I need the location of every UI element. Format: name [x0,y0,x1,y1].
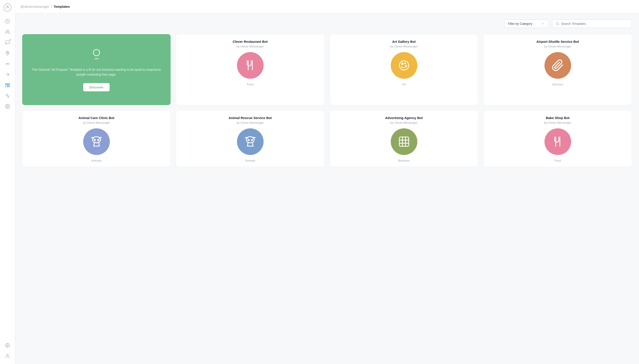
profile-icon[interactable] [3,351,13,361]
breadcrumb: @clevermessenger / Templates [21,5,70,8]
template-author: by Clever Messenger [83,121,110,124]
filter-by-category-dropdown[interactable]: Filter by Category [504,20,548,28]
template-category: Animals [91,159,101,162]
svg-point-5 [7,64,8,64]
search-templates-wrapper[interactable] [552,20,632,28]
svg-point-3 [6,30,8,32]
main-content: @clevermessenger / Templates Filter by C… [15,0,639,364]
svg-point-19 [556,22,559,25]
analytics-icon[interactable] [3,91,13,101]
search-icon [556,22,559,26]
template-icon [83,128,110,155]
svg-point-0 [4,4,11,11]
template-icon [391,52,417,79]
svg-line-20 [558,24,559,25]
svg-point-11 [7,106,8,107]
svg-rect-10 [8,86,9,87]
template-category: Art [402,83,406,86]
template-category: Services [552,83,563,86]
template-author: by Clever Messenger [544,45,571,48]
app-logo [3,3,13,12]
dashboard-icon[interactable] [3,16,13,26]
template-title: Advertising Agency Bot [385,116,423,120]
svg-rect-9 [8,85,9,86]
svg-point-30 [251,140,252,140]
chevron-down-icon [542,22,545,25]
template-title: Animal Rescue Service Bot [228,116,271,120]
wheel-icon[interactable] [3,340,13,350]
svg-point-24 [402,63,403,65]
template-title: Bake Shop Bot [546,116,569,120]
template-category: Food [247,83,254,86]
template-card-animal-rescue[interactable]: Animal Rescue Service Bot by Clever Mess… [176,110,325,167]
svg-rect-7 [5,83,9,84]
content-area: Filter by Category This General "All Pur… [15,13,639,364]
svg-point-18 [7,354,8,356]
sidebar [0,0,15,364]
toolbar: Filter by Category [22,20,632,28]
messages-icon[interactable] [3,38,13,48]
search-input[interactable] [561,22,628,26]
svg-point-29 [248,140,249,140]
template-card-restaurant[interactable]: Clever Restaurant Bot by Clever Messenge… [176,34,325,105]
breadcrumb-current: Templates [54,5,70,8]
svg-point-28 [98,140,99,140]
template-category: Animals [245,159,255,162]
svg-point-27 [94,140,95,140]
template-author: by Clever Messenger [390,45,418,48]
template-icon [237,52,264,79]
template-title: Clever Restaurant Bot [233,40,268,44]
settings-icon[interactable] [3,102,13,111]
template-icon [544,128,571,155]
template-card-art-gallery[interactable]: Art Gallery Bot by Clever Messenger Art [330,34,478,105]
template-icon [544,52,571,79]
template-author: by Clever Messenger [236,45,264,48]
svg-rect-8 [5,85,7,87]
breadcrumb-separator: / [51,5,52,8]
template-card-animal-care[interactable]: Animal Care Clinic Bot by Clever Messeng… [22,110,171,167]
template-category: Business [398,159,410,162]
template-title: Airport Shuttle Service Bot [536,40,579,44]
template-title: Art Gallery Bot [392,40,416,44]
contacts-icon[interactable] [3,27,13,37]
template-icon [391,128,417,155]
discover-button[interactable]: Discover [83,83,110,91]
template-card-bake-shop[interactable]: Bake Shop Bot by Clever Messenger Food [483,110,632,167]
svg-point-26 [405,66,407,67]
feature-card[interactable]: This General "All Purpose" Template is a… [22,34,171,105]
svg-point-4 [7,52,8,53]
svg-rect-31 [399,137,409,146]
templates-icon[interactable] [3,80,13,90]
svg-point-25 [405,63,406,64]
template-grid: This General "All Purpose" Template is a… [22,34,632,167]
template-card-airport-shuttle[interactable]: Airport Shuttle Service Bot by Clever Me… [483,34,632,105]
filter-label: Filter by Category [508,22,532,26]
breadcrumb-org: @clevermessenger [21,5,49,8]
broadcast-icon[interactable] [3,59,13,69]
template-icon [237,128,264,155]
svg-point-13 [7,345,8,346]
leads-icon[interactable] [3,48,13,58]
tools-icon[interactable] [3,70,13,79]
svg-point-23 [399,61,409,70]
template-author: by Clever Messenger [236,121,264,124]
template-author: by Clever Messenger [390,121,418,124]
lightbulb-icon [90,48,103,63]
template-author: by Clever Messenger [544,121,571,124]
template-title: Animal Care Clinic Bot [79,116,115,120]
topbar: @clevermessenger / Templates [15,0,639,13]
template-category: Food [554,159,561,162]
feature-card-text: This General "All Purpose" Template is a… [28,67,165,77]
template-card-advertising[interactable]: Advertising Agency Bot by Clever Messeng… [330,110,478,167]
